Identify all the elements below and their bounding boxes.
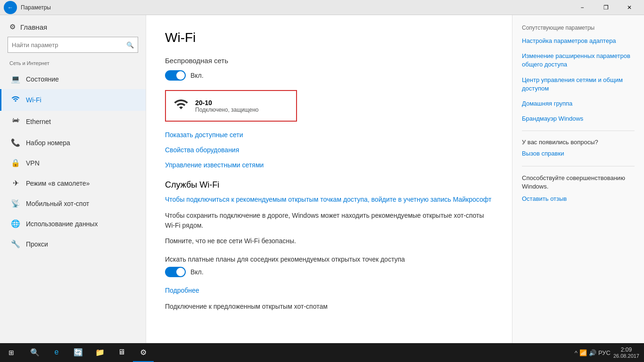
sidebar-item-label: Ethernet (26, 118, 51, 125)
tray-lang[interactable]: РУС (598, 349, 611, 356)
sidebar-item-status[interactable]: 💻 Состояние (0, 69, 146, 89)
taskbar-time: 2:09 (613, 346, 639, 353)
sidebar: ⚙ Главная 🔍 Сеть и Интернет 💻 Состояние … (0, 15, 146, 343)
taskbar-search[interactable]: 🔍 (25, 343, 45, 362)
tray-chevron[interactable]: ^ (575, 349, 578, 356)
taskbar: ⊞ 🔍 e 🔄 📁 🖥 ⚙ ^ 📶 🔊 РУС 2:09 26.08.2017 (0, 343, 644, 362)
sidebar-item-wifi[interactable]: Wi-Fi (0, 89, 146, 111)
system-tray: ^ 📶 🔊 РУС (575, 349, 611, 356)
sidebar-item-ethernet[interactable]: Ethernet (0, 111, 146, 132)
feedback-link[interactable]: Оставить отзыв (522, 195, 635, 203)
question-label: У вас появились вопросы? (522, 139, 635, 146)
restore-button[interactable]: ❐ (595, 0, 617, 15)
home-icon: ⚙ (9, 23, 16, 31)
paid-toggle-row: Вкл. (165, 267, 493, 277)
sidebar-section-label: Сеть и Интернет (0, 58, 146, 69)
network-wifi-icon (173, 97, 189, 115)
sidebar-item-label: Состояние (26, 75, 59, 83)
sidebar-item-label: Wi-Fi (26, 96, 41, 104)
network-info: 20-10 Подключено, защищено (195, 99, 259, 113)
right-link-2[interactable]: Центр управления сетями и общим доступом (522, 76, 635, 93)
right-panel: Сопутствующие параметры Настройка параме… (512, 15, 644, 343)
paid-toggle-label: Вкл. (190, 268, 204, 276)
paid-section-label: Искать платные планы для соседних рекоме… (165, 255, 493, 263)
services-link[interactable]: Чтобы подключиться к рекомендуемым откры… (165, 196, 493, 203)
search-input[interactable] (8, 41, 123, 49)
page-title: Wi-Fi (165, 30, 493, 45)
ethernet-icon (11, 116, 20, 127)
help-link[interactable]: Вызов справки (522, 149, 635, 158)
sidebar-home[interactable]: ⚙ Главная (0, 15, 146, 35)
network-status: Подключено, защищено (195, 107, 259, 113)
sidebar-item-proxy[interactable]: 🔧 Прокси (0, 234, 146, 254)
sidebar-item-label: Использование данных (26, 220, 98, 228)
sidebar-item-label: Режим «в самолете» (26, 180, 90, 187)
status-icon: 💻 (11, 74, 20, 83)
wifi-toggle[interactable] (165, 70, 186, 81)
bottom-text: Подключение к предложенным открытым хот-… (165, 302, 493, 312)
dialup-icon: 📞 (11, 138, 20, 147)
taskbar-apps: 🔍 e 🔄 📁 🖥 ⚙ (23, 343, 154, 362)
airplane-icon: ✈ (11, 179, 20, 188)
wifi-nav-icon (11, 95, 20, 105)
services-text1: Чтобы сохранить подключение в дороге, Wi… (165, 211, 493, 230)
data-usage-icon: 🌐 (11, 219, 20, 228)
sidebar-item-dialup[interactable]: 📞 Набор номера (0, 132, 146, 153)
right-divider-2 (522, 166, 635, 166)
wireless-section-title: Беспроводная сеть (165, 57, 493, 65)
taskbar-explorer[interactable]: 📁 (90, 343, 110, 362)
main-content: Wi-Fi Беспроводная сеть Вкл. 20-10 Подкл… (146, 15, 512, 343)
vpn-icon: 🔒 (11, 158, 20, 167)
sidebar-item-data-usage[interactable]: 🌐 Использование данных (0, 214, 146, 234)
sidebar-item-label: VPN (26, 159, 40, 167)
right-divider (522, 131, 635, 131)
wifi-toggle-label: Вкл. (190, 72, 204, 79)
services-text2: Помните, что не все сети Wi-Fi безопасны… (165, 236, 493, 246)
window-controls: − ❐ ✕ (571, 0, 640, 15)
titlebar-title: Параметры (21, 4, 51, 11)
svg-rect-0 (14, 120, 17, 122)
wifi-toggle-row: Вкл. (165, 70, 493, 81)
right-link-1[interactable]: Изменение расширенных параметров общего … (522, 52, 635, 69)
sidebar-item-label: Набор номера (26, 139, 70, 147)
paid-toggle[interactable] (165, 267, 186, 277)
show-networks-link[interactable]: Показать доступные сети (165, 131, 493, 139)
sidebar-item-hotspot[interactable]: 📡 Мобильный хот-спот (0, 193, 146, 214)
start-button[interactable]: ⊞ (0, 343, 23, 362)
tray-network[interactable]: 📶 (579, 349, 587, 356)
home-label: Главная (20, 23, 47, 31)
titlebar: ← Параметры − ❐ ✕ (0, 0, 644, 15)
taskbar-clock[interactable]: 2:09 26.08.2017 (613, 346, 639, 359)
taskbar-app4[interactable]: 🖥 (111, 343, 132, 362)
back-button[interactable]: ← (4, 1, 17, 14)
tray-volume[interactable]: 🔊 (589, 349, 596, 356)
search-icon: 🔍 (123, 41, 138, 49)
taskbar-date: 26.08.2017 (613, 353, 639, 359)
taskbar-right: ^ 📶 🔊 РУС 2:09 26.08.2017 (575, 346, 644, 359)
minimize-button[interactable]: − (571, 0, 593, 15)
related-params-label: Сопутствующие параметры (522, 25, 635, 31)
taskbar-edge[interactable]: e (46, 343, 67, 362)
right-link-3[interactable]: Домашняя группа (522, 99, 635, 108)
right-link-4[interactable]: Брандмауэр Windows (522, 115, 635, 123)
app-body: ⚙ Главная 🔍 Сеть и Интернет 💻 Состояние … (0, 15, 644, 343)
hardware-props-link[interactable]: Свойства оборудования (165, 146, 493, 154)
services-title: Службы Wi-Fi (165, 180, 493, 190)
more-link[interactable]: Подробнее (165, 287, 493, 294)
manage-networks-link[interactable]: Управление известными сетями (165, 161, 493, 169)
right-link-0[interactable]: Настройка параметров адаптера (522, 37, 635, 45)
close-button[interactable]: ✕ (619, 0, 640, 15)
network-card[interactable]: 20-10 Подключено, защищено (165, 90, 297, 122)
taskbar-app2[interactable]: 🔄 (68, 343, 89, 362)
search-box[interactable]: 🔍 (8, 37, 138, 53)
sidebar-item-airplane[interactable]: ✈ Режим «в самолете» (0, 173, 146, 193)
sidebar-item-label: Мобильный хот-спот (26, 200, 89, 207)
contribute-label: Способствуйте совершенствованию Windows. (522, 174, 635, 191)
hotspot-icon: 📡 (11, 199, 20, 208)
sidebar-item-label: Прокси (26, 240, 48, 248)
network-name: 20-10 (195, 99, 259, 107)
sidebar-item-vpn[interactable]: 🔒 VPN (0, 153, 146, 173)
taskbar-settings[interactable]: ⚙ (133, 343, 154, 362)
proxy-icon: 🔧 (11, 239, 20, 248)
